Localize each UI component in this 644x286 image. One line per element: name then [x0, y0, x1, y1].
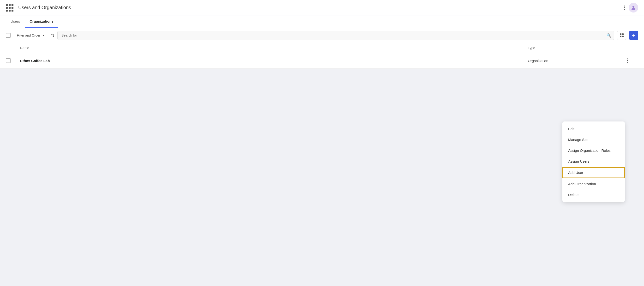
menu-item-assign-org-roles[interactable]: Assign Organization Roles: [562, 145, 625, 156]
row-menu-button[interactable]: [624, 57, 632, 64]
tab-organizations[interactable]: Organizations: [25, 15, 58, 28]
header: Users and Organizations: [0, 0, 644, 15]
table-row: Ethos Coffee Lab Organization: [0, 53, 644, 69]
avatar[interactable]: [629, 3, 638, 13]
svg-point-0: [632, 6, 634, 8]
menu-item-manage-site[interactable]: Manage Site: [562, 134, 625, 145]
view-toggle-button[interactable]: [617, 31, 626, 40]
tabs-bar: Users Organizations: [0, 15, 644, 28]
grid-menu-icon[interactable]: [6, 4, 14, 12]
add-button[interactable]: +: [629, 31, 638, 40]
row-name: Ethos Coffee Lab: [20, 59, 528, 63]
menu-item-add-organization[interactable]: Add Organization: [562, 179, 625, 189]
search-input[interactable]: [57, 31, 614, 40]
select-all-checkbox[interactable]: [6, 33, 10, 38]
sort-icon[interactable]: ⇅: [51, 33, 54, 38]
col-header-type: Type: [528, 46, 624, 50]
table-header: Name Type: [0, 43, 644, 53]
context-menu: Edit Manage Site Assign Organization Rol…: [562, 121, 625, 202]
tab-users[interactable]: Users: [6, 15, 25, 28]
menu-item-edit[interactable]: Edit: [562, 123, 625, 134]
menu-item-add-user[interactable]: Add User: [562, 167, 625, 178]
search-wrapper: 🔍: [57, 31, 614, 40]
svg-rect-3: [620, 36, 622, 37]
search-icon: 🔍: [606, 33, 611, 38]
table-container: Name Type Ethos Coffee Lab Organization: [0, 43, 644, 69]
content-area: Edit Manage Site Assign Organization Rol…: [0, 69, 644, 286]
more-options-icon[interactable]: [624, 6, 625, 10]
page-title: Users and Organizations: [18, 5, 624, 10]
svg-rect-1: [620, 34, 622, 35]
filter-order-button[interactable]: Filter and Order: [14, 32, 48, 39]
toolbar: Filter and Order ⇅ 🔍 +: [0, 28, 644, 43]
menu-item-delete[interactable]: Delete: [562, 189, 625, 200]
row-type: Organization: [528, 59, 624, 63]
chevron-down-icon: [42, 35, 45, 36]
row-checkbox[interactable]: [6, 58, 10, 63]
menu-item-assign-users[interactable]: Assign Users: [562, 156, 625, 167]
col-header-name: Name: [20, 46, 528, 50]
svg-rect-2: [622, 34, 624, 35]
header-actions: [624, 3, 638, 13]
svg-rect-4: [622, 36, 624, 37]
